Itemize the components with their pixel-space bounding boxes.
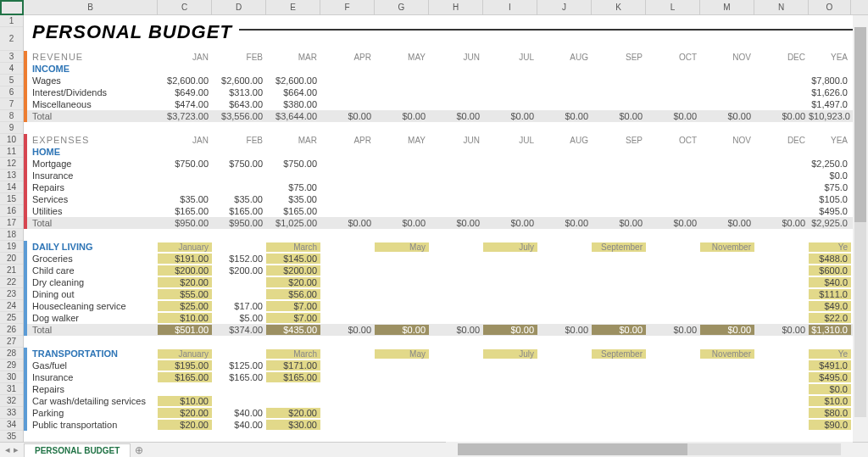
total-cell[interactable]: $10,923.0	[809, 111, 851, 121]
data-cell[interactable]: $25.00	[158, 301, 212, 311]
row-header-28[interactable]: 28	[0, 348, 23, 359]
data-cell[interactable]: $145.00	[266, 254, 320, 264]
data-cell[interactable]: $20.00	[266, 408, 320, 418]
data-cell[interactable]: $7.00	[266, 301, 320, 311]
total-cell[interactable]: $1,310.0	[809, 325, 851, 335]
data-cell[interactable]: $165.00	[158, 372, 212, 382]
row-header-32[interactable]: 32	[0, 395, 23, 407]
data-cell[interactable]: $664.00	[266, 87, 320, 98]
row-header-25[interactable]: 25	[0, 312, 23, 324]
data-cell[interactable]: $35.00	[158, 194, 212, 204]
row-header-5[interactable]: 5	[0, 75, 23, 86]
total-cell[interactable]: $0.00	[754, 325, 809, 335]
data-cell[interactable]: $75.00	[266, 182, 320, 192]
total-cell[interactable]: $2,925.0	[809, 218, 851, 228]
data-cell[interactable]: $20.00	[266, 277, 320, 287]
data-cell[interactable]: $171.00	[266, 360, 320, 371]
total-cell[interactable]: $0.00	[700, 218, 754, 228]
total-cell[interactable]: $0.00	[483, 218, 537, 228]
col-header-M[interactable]: M	[700, 0, 754, 15]
tab-nav-prev[interactable]: ◂ ▸	[0, 444, 24, 455]
row-header-17[interactable]: 17	[0, 217, 23, 229]
total-cell[interactable]: $0.00	[537, 325, 592, 335]
add-sheet-button[interactable]: ⊕	[131, 444, 147, 456]
data-cell[interactable]: $55.00	[158, 289, 212, 299]
row-header-31[interactable]: 31	[0, 383, 23, 395]
col-header-F[interactable]: F	[320, 0, 375, 15]
total-cell[interactable]: $374.00	[212, 325, 266, 335]
data-cell[interactable]: $10.00	[158, 396, 212, 406]
data-cell[interactable]: $600.0	[809, 265, 851, 276]
row-header-34[interactable]: 34	[0, 419, 23, 431]
total-cell[interactable]: $0.00	[754, 111, 809, 121]
data-cell[interactable]: $1,497.0	[809, 99, 851, 109]
row-header-10[interactable]: 10	[0, 134, 23, 146]
data-cell[interactable]: $80.0	[809, 408, 851, 418]
row-header-20[interactable]: 20	[0, 253, 23, 265]
row-header-27[interactable]: 27	[0, 336, 23, 348]
col-header-L[interactable]: L	[646, 0, 700, 15]
total-cell[interactable]: $0.00	[592, 111, 646, 121]
vscroll-thumb[interactable]	[854, 27, 866, 222]
data-cell[interactable]: $5.00	[212, 313, 266, 323]
row-header-23[interactable]: 23	[0, 288, 23, 300]
data-cell[interactable]: $165.00	[266, 372, 320, 382]
total-cell[interactable]: $3,723.00	[158, 111, 212, 121]
data-cell[interactable]: $7.00	[266, 313, 320, 323]
row-header-4[interactable]: 4	[0, 63, 23, 75]
data-cell[interactable]: $2,600.00	[266, 75, 320, 86]
col-header-C[interactable]: C	[158, 0, 212, 15]
total-cell[interactable]: $0.00	[700, 325, 754, 335]
row-header-18[interactable]: 18	[0, 229, 23, 241]
data-cell[interactable]: $191.00	[158, 254, 212, 264]
data-cell[interactable]: $17.00	[212, 301, 266, 311]
row-header-2[interactable]: 2	[0, 27, 23, 51]
row-header-6[interactable]: 6	[0, 86, 23, 98]
data-cell[interactable]: $56.00	[266, 289, 320, 299]
row-header-19[interactable]: 19	[0, 241, 23, 253]
hscroll-thumb[interactable]	[458, 443, 687, 455]
total-cell[interactable]: $0.00	[700, 111, 754, 121]
data-cell[interactable]: $195.00	[158, 360, 212, 371]
data-cell[interactable]: $10.00	[158, 313, 212, 323]
total-cell[interactable]: $0.00	[375, 218, 429, 228]
data-cell[interactable]: $20.00	[158, 277, 212, 287]
total-cell[interactable]: $1,025.00	[266, 218, 320, 228]
col-header-J[interactable]: J	[537, 0, 592, 15]
worksheet[interactable]: PERSONAL BUDGET REVENUE JANFEBMARAPRMAYJ…	[24, 15, 853, 442]
total-cell[interactable]: $0.00	[646, 218, 700, 228]
col-header-N[interactable]: N	[754, 0, 809, 15]
data-cell[interactable]: $20.00	[158, 420, 212, 430]
row-header-33[interactable]: 33	[0, 407, 23, 419]
total-cell[interactable]: $0.00	[429, 111, 483, 121]
data-cell[interactable]: $495.0	[809, 206, 851, 216]
data-cell[interactable]: $30.00	[266, 420, 320, 430]
row-header-8[interactable]: 8	[0, 110, 23, 122]
total-cell[interactable]: $0.00	[375, 111, 429, 121]
data-cell[interactable]: $40.0	[809, 277, 851, 287]
row-header-11[interactable]: 11	[0, 146, 23, 158]
data-cell[interactable]: $22.0	[809, 313, 851, 323]
col-header-I[interactable]: I	[483, 0, 537, 15]
data-cell[interactable]: $474.00	[158, 99, 212, 109]
row-header-7[interactable]: 7	[0, 98, 23, 110]
data-cell[interactable]: $125.00	[212, 360, 266, 371]
data-cell[interactable]: $313.00	[212, 87, 266, 98]
row-header-13[interactable]: 13	[0, 170, 23, 181]
total-cell[interactable]: $0.00	[537, 218, 592, 228]
data-cell[interactable]: $165.00	[212, 372, 266, 382]
data-cell[interactable]: $0.0	[809, 170, 851, 181]
data-cell[interactable]: $105.0	[809, 194, 851, 204]
data-cell[interactable]: $750.00	[266, 159, 320, 169]
data-cell[interactable]: $165.00	[158, 206, 212, 216]
data-cell[interactable]: $40.00	[212, 408, 266, 418]
vertical-scrollbar[interactable]	[853, 15, 868, 442]
col-header-H[interactable]: H	[429, 0, 483, 15]
data-cell[interactable]: $152.00	[212, 254, 266, 264]
data-cell[interactable]: $649.00	[158, 87, 212, 98]
total-cell[interactable]: $0.00	[429, 325, 483, 335]
total-cell[interactable]: $0.00	[646, 325, 700, 335]
row-header-21[interactable]: 21	[0, 265, 23, 276]
row-header-12[interactable]: 12	[0, 158, 23, 170]
data-cell[interactable]: $20.00	[158, 408, 212, 418]
